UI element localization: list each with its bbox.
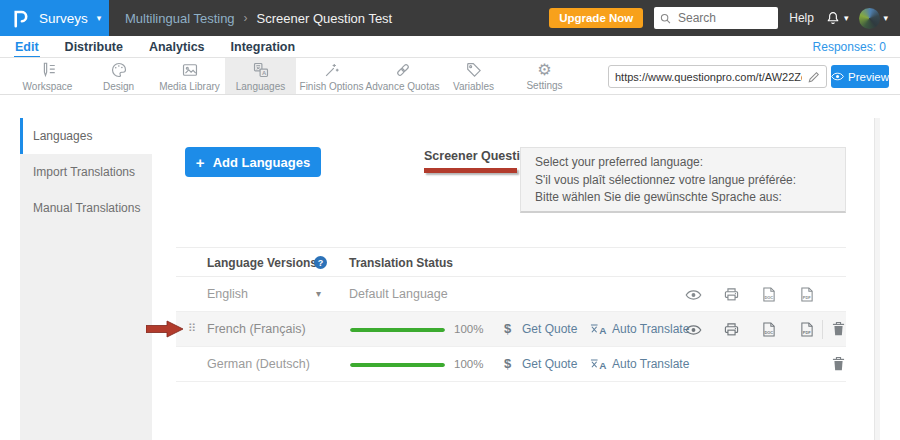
svg-text:A: A bbox=[599, 325, 606, 336]
translate-xa-icon: A bbox=[590, 323, 608, 336]
column-language-versions: Language Versions bbox=[207, 256, 317, 270]
chevron-down-icon: ▾ bbox=[844, 14, 849, 23]
upgrade-now-button[interactable]: Upgrade Now bbox=[549, 8, 643, 28]
export-doc-button[interactable]: DOC bbox=[760, 287, 778, 302]
annotation-arrow bbox=[146, 320, 184, 338]
top-bar: Surveys ▾ Multilingual Testing › Screene… bbox=[0, 0, 900, 36]
svg-text:PDF: PDF bbox=[803, 295, 811, 300]
vertical-scrollbar[interactable] bbox=[874, 118, 880, 440]
drag-handle-icon[interactable]: ⠿ bbox=[188, 322, 195, 335]
pdf-file-icon: PDF bbox=[800, 287, 814, 302]
german-progress-bar bbox=[350, 363, 445, 367]
annotation-underline bbox=[424, 168, 517, 173]
column-translation-status: Translation Status bbox=[349, 256, 453, 270]
avatar bbox=[859, 8, 880, 29]
delete-language-button[interactable] bbox=[832, 321, 845, 336]
surveys-product-menu[interactable]: Surveys ▾ bbox=[0, 0, 109, 36]
toolbar-item-finish-options[interactable]: Finish Options bbox=[296, 58, 367, 94]
svg-text:DOC: DOC bbox=[764, 295, 773, 300]
toolbar-item-variables[interactable]: Variables bbox=[438, 58, 509, 94]
chevron-down-icon: ▾ bbox=[883, 14, 888, 23]
toolbar-item-media-library[interactable]: Media Library bbox=[154, 58, 225, 94]
table-row-english: English ▾ Default Language bbox=[176, 277, 846, 312]
preview-language-button[interactable] bbox=[684, 290, 702, 300]
print-language-button[interactable] bbox=[722, 287, 740, 302]
preview-button[interactable]: Preview bbox=[831, 65, 889, 88]
screener-question-preview: Select your preferred language: S'il vou… bbox=[520, 147, 846, 213]
dollar-icon[interactable]: $ bbox=[504, 321, 511, 336]
trash-icon bbox=[832, 356, 845, 371]
language-versions-table: Language Versions ? Translation Status E… bbox=[176, 247, 846, 382]
german-language-label: German (Deutsch) bbox=[207, 357, 310, 371]
trash-icon bbox=[832, 321, 845, 336]
gear-icon: ⚙ bbox=[537, 61, 551, 78]
export-pdf-button[interactable]: PDF bbox=[798, 287, 816, 302]
sidebar-item-languages[interactable]: Languages bbox=[20, 118, 152, 154]
preview-language-button[interactable] bbox=[684, 325, 702, 335]
search-input[interactable] bbox=[676, 10, 772, 26]
dollar-icon[interactable]: $ bbox=[504, 356, 511, 371]
preview-line-french: S'il vous plaît sélectionnez votre langu… bbox=[535, 172, 831, 190]
toolbar-item-advance-quotas[interactable]: Advance Quotas bbox=[367, 58, 438, 94]
eye-icon bbox=[685, 325, 702, 335]
toolbar-item-settings[interactable]: ⚙ Settings bbox=[509, 58, 580, 94]
french-get-quote-link[interactable]: Get Quote bbox=[522, 322, 577, 336]
default-language-status: Default Language bbox=[349, 287, 448, 301]
table-row-french: ⠿ French (Français) 100% $ Get Quote A A… bbox=[176, 312, 846, 347]
design-palette-icon bbox=[110, 61, 128, 79]
toolbar-item-design[interactable]: Design bbox=[83, 58, 154, 94]
breadcrumb: Multilingual Testing › Screener Question… bbox=[125, 11, 392, 26]
preview-line-english: Select your preferred language: bbox=[535, 154, 831, 172]
svg-text:PDF: PDF bbox=[803, 330, 811, 335]
print-language-button[interactable] bbox=[722, 322, 740, 337]
help-link[interactable]: Help bbox=[789, 11, 814, 25]
breadcrumb-survey-name[interactable]: Multilingual Testing bbox=[125, 11, 235, 26]
edit-url-button[interactable] bbox=[808, 71, 820, 83]
svg-text:A: A bbox=[599, 360, 606, 371]
german-auto-translate-link[interactable]: Auto Translate bbox=[612, 357, 689, 371]
delete-language-button[interactable] bbox=[832, 356, 845, 371]
german-progress-percent: 100% bbox=[454, 358, 483, 370]
help-circle-icon[interactable]: ? bbox=[314, 256, 327, 269]
svg-text:DOC: DOC bbox=[764, 330, 773, 335]
tab-distribute[interactable]: Distribute bbox=[64, 38, 124, 56]
printer-icon bbox=[724, 287, 739, 302]
translate-xa-icon: A bbox=[590, 358, 608, 371]
toolbar-item-languages[interactable]: A Languages bbox=[225, 58, 296, 94]
preview-line-german: Bitte wählen Sie die gewünschte Sprache … bbox=[535, 189, 831, 207]
questionpro-logo-icon bbox=[11, 9, 30, 28]
eye-icon bbox=[685, 290, 702, 300]
survey-url-input[interactable] bbox=[609, 71, 808, 83]
french-progress-percent: 100% bbox=[454, 323, 483, 335]
export-pdf-button[interactable]: PDF bbox=[798, 322, 816, 337]
account-menu[interactable]: ▾ bbox=[859, 8, 888, 29]
french-auto-translate-link[interactable]: Auto Translate bbox=[612, 322, 689, 336]
printer-icon bbox=[724, 322, 739, 337]
pencil-icon bbox=[808, 71, 820, 83]
export-doc-button[interactable]: DOC bbox=[760, 322, 778, 337]
notifications-menu[interactable]: ▾ bbox=[825, 10, 849, 27]
languages-sidebar: Languages Import Translations Manual Tra… bbox=[20, 118, 152, 440]
table-row-german: German (Deutsch) 100% $ Get Quote A Auto… bbox=[176, 347, 846, 382]
toolbar-item-workspace[interactable]: Workspace bbox=[12, 58, 83, 94]
tab-integration[interactable]: Integration bbox=[230, 38, 297, 56]
chain-link-icon bbox=[394, 61, 412, 79]
default-language-dropdown[interactable]: English ▾ bbox=[176, 277, 336, 312]
topbar-right: Upgrade Now Help ▾ ▾ bbox=[549, 7, 900, 29]
doc-file-icon: DOC bbox=[762, 322, 776, 337]
translate-icon[interactable]: A bbox=[590, 358, 608, 371]
sidebar-item-manual-translations[interactable]: Manual Translations bbox=[20, 190, 152, 226]
english-row-actions: DOC PDF bbox=[684, 277, 816, 312]
add-languages-button[interactable]: + Add Languages bbox=[185, 147, 321, 177]
tab-edit[interactable]: Edit bbox=[14, 38, 40, 57]
french-progress-bar bbox=[350, 328, 445, 332]
tab-analytics[interactable]: Analytics bbox=[148, 38, 206, 56]
translate-icon[interactable]: A bbox=[590, 323, 608, 336]
responses-count-link[interactable]: Responses: 0 bbox=[813, 36, 886, 58]
surveys-menu-label: Surveys bbox=[39, 11, 88, 26]
bell-icon bbox=[825, 10, 841, 27]
languages-icon: A bbox=[252, 61, 270, 79]
german-get-quote-link[interactable]: Get Quote bbox=[522, 357, 577, 371]
sidebar-item-import-translations[interactable]: Import Translations bbox=[20, 154, 152, 190]
pdf-file-icon: PDF bbox=[800, 322, 814, 337]
